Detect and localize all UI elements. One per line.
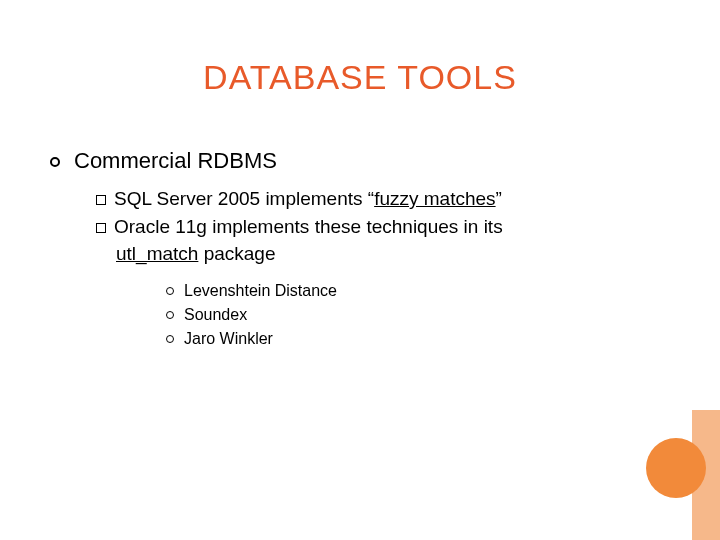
- level2-item2-line1: Oracle 11g implements these techniques i…: [114, 216, 503, 237]
- bullet-level3-b: Soundex: [166, 303, 670, 327]
- level3-a-text: Levenshtein Distance: [184, 282, 337, 299]
- circle-bullet-icon: [166, 335, 174, 343]
- level3-c-text: Jaro Winkler: [184, 330, 273, 347]
- bullet-level3-a: Levenshtein Distance: [166, 279, 670, 303]
- bullet-level2-item2-line2: utl_match package: [116, 241, 670, 267]
- bullet-level1: Commercial RDBMS: [50, 148, 670, 174]
- level2-item1-link: fuzzy matches: [374, 188, 495, 209]
- slide-title: DATABASE TOOLS: [0, 58, 720, 97]
- bullet-level2-item1: SQL Server 2005 implements fuzzy matches: [96, 186, 670, 212]
- bullet-level2-item2-line1: Oracle 11g implements these techniques i…: [96, 214, 670, 240]
- slide: DATABASE TOOLS Commercial RDBMS SQL Serv…: [0, 0, 720, 540]
- level2-item2-link: utl_match: [116, 243, 198, 264]
- circle-bullet-icon: [166, 287, 174, 295]
- spacer: [50, 269, 670, 279]
- level3-b-text: Soundex: [184, 306, 247, 323]
- circle-bullet-icon: [50, 157, 60, 167]
- square-bullet-icon: [96, 223, 106, 233]
- slide-content: Commercial RDBMS SQL Server 2005 impleme…: [50, 148, 670, 351]
- level1-text: Commercial RDBMS: [74, 148, 277, 173]
- close-quote: [496, 188, 502, 209]
- bullet-level3-c: Jaro Winkler: [166, 327, 670, 351]
- square-bullet-icon: [96, 195, 106, 205]
- decorative-circle-icon: [646, 438, 706, 498]
- level2-item1-prefix: SQL Server 2005 implements: [114, 188, 368, 209]
- circle-bullet-icon: [166, 311, 174, 319]
- level2-item2-suffix: package: [198, 243, 275, 264]
